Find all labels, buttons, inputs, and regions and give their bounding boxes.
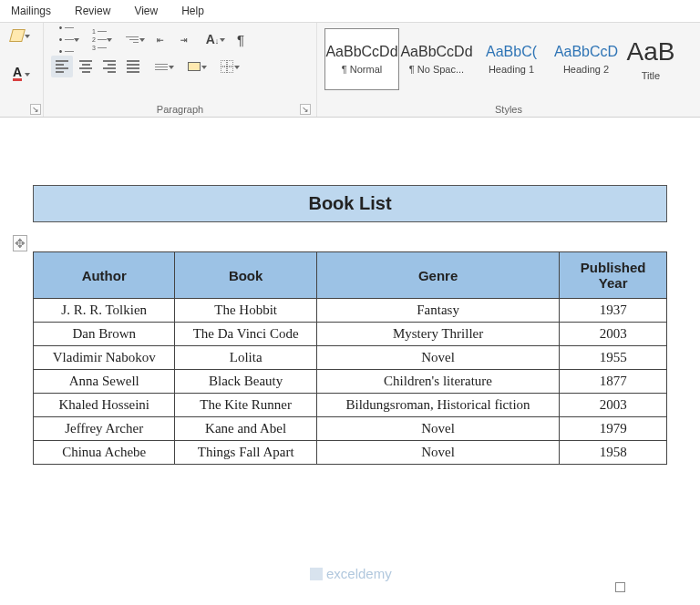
style-name: Heading 2 xyxy=(563,64,609,75)
col-book[interactable]: Book xyxy=(175,252,316,299)
table-row[interactable]: Vladimir NabokovLolitaNovel1955 xyxy=(34,346,667,370)
tab-mailings[interactable]: Mailings xyxy=(4,2,58,20)
cell-author[interactable]: Khaled Hosseini xyxy=(34,394,175,417)
style-name: ¶ Normal xyxy=(342,64,382,75)
increase-indent-button[interactable]: ⇥ xyxy=(173,28,195,50)
multilevel-list-button[interactable] xyxy=(117,28,148,50)
col-genre[interactable]: Genre xyxy=(316,252,559,299)
style-name: ¶ No Spac... xyxy=(409,64,464,75)
cell-author[interactable]: Jeffrey Archer xyxy=(34,417,175,441)
cell-year[interactable]: 1877 xyxy=(560,370,667,394)
shading-icon xyxy=(188,62,201,71)
col-year[interactable]: Published Year xyxy=(560,252,667,299)
justify-button[interactable] xyxy=(122,56,144,77)
cell-book[interactable]: Kane and Abel xyxy=(175,417,316,441)
shading-button[interactable] xyxy=(179,56,210,77)
watermark-icon xyxy=(310,568,323,580)
style-sample: AaB xyxy=(627,37,675,67)
table-row[interactable]: Dan BrownThe Da Vinci CodeMystery Thrill… xyxy=(34,323,667,346)
borders-button[interactable] xyxy=(211,56,242,77)
align-center-icon xyxy=(79,60,92,73)
numbering-button[interactable]: 123 xyxy=(84,28,115,50)
table-header-row[interactable]: Author Book Genre Published Year xyxy=(34,252,667,299)
book-table[interactable]: Author Book Genre Published Year J. R. R… xyxy=(33,251,667,465)
sort-icon: A↓ xyxy=(206,32,220,46)
table-row[interactable]: Anna SewellBlack BeautyChildren's litera… xyxy=(34,370,667,394)
style-normal[interactable]: AaBbCcDd ¶ Normal xyxy=(324,28,399,90)
cell-year[interactable]: 1958 xyxy=(560,441,667,465)
cell-genre[interactable]: Novel xyxy=(316,441,559,465)
watermark: exceldemy xyxy=(310,566,392,581)
cell-book[interactable]: The Kite Runner xyxy=(175,394,316,417)
cell-genre[interactable]: Novel xyxy=(316,417,559,441)
format-painter-button[interactable] xyxy=(2,25,33,46)
cell-author[interactable]: J. R. R. Tolkien xyxy=(34,299,175,323)
cell-year[interactable]: 2003 xyxy=(560,394,667,417)
line-spacing-icon xyxy=(155,64,168,70)
style-sample: AaBbCcD xyxy=(554,44,618,60)
multilevel-icon xyxy=(126,36,139,43)
table-row[interactable]: Khaled HosseiniThe Kite RunnerBildungsro… xyxy=(34,394,667,417)
cell-year[interactable]: 1937 xyxy=(560,299,667,323)
tab-help[interactable]: Help xyxy=(174,2,211,20)
justify-icon xyxy=(127,60,139,73)
tab-review[interactable]: Review xyxy=(67,2,118,20)
borders-icon xyxy=(221,60,233,73)
tab-view[interactable]: View xyxy=(127,2,165,20)
style-sample: AaBbC( xyxy=(486,44,537,60)
bullets-button[interactable] xyxy=(51,28,82,50)
cell-book[interactable]: The Hobbit xyxy=(175,299,316,323)
document-page[interactable]: Book List Author Book Genre Published Ye… xyxy=(0,158,700,472)
decrease-indent-icon: ⇤ xyxy=(157,33,164,46)
table-row[interactable]: J. R. R. TolkienThe HobbitFantasy1937 xyxy=(34,299,667,323)
cell-author[interactable]: Dan Brown xyxy=(34,323,175,346)
table-row[interactable]: Jeffrey ArcherKane and AbelNovel1979 xyxy=(34,417,667,441)
numbering-icon: 123 xyxy=(92,28,107,51)
font-dialog-launcher[interactable]: ↘ xyxy=(30,104,41,115)
table-resize-handle[interactable] xyxy=(615,582,625,592)
col-author[interactable]: Author xyxy=(34,252,175,299)
align-right-icon xyxy=(103,60,116,73)
cell-author[interactable]: Anna Sewell xyxy=(34,370,175,394)
cell-book[interactable]: The Da Vinci Code xyxy=(175,323,316,346)
paragraph-dialog-launcher[interactable]: ↘ xyxy=(300,104,311,115)
decrease-indent-button[interactable]: ⇤ xyxy=(149,28,171,50)
style-name: Heading 1 xyxy=(489,64,534,75)
align-left-icon xyxy=(56,60,68,73)
cell-genre[interactable]: Children's literature xyxy=(316,370,559,394)
style-sample: AaBbCcDd xyxy=(325,44,397,60)
cell-book[interactable]: Lolita xyxy=(175,346,316,370)
align-left-button[interactable] xyxy=(51,56,73,77)
cell-genre[interactable]: Novel xyxy=(316,346,559,370)
cell-year[interactable]: 1979 xyxy=(560,417,667,441)
cell-genre[interactable]: Fantasy xyxy=(316,299,559,323)
paragraph-group-label: Paragraph xyxy=(157,104,203,115)
cell-year[interactable]: 1955 xyxy=(560,346,667,370)
cell-book[interactable]: Black Beauty xyxy=(175,370,316,394)
table-move-handle[interactable]: ✥ xyxy=(13,235,27,251)
style-name: Title xyxy=(642,70,660,81)
align-center-button[interactable] xyxy=(75,56,97,77)
line-spacing-button[interactable] xyxy=(146,56,177,77)
show-marks-button[interactable]: ¶ xyxy=(230,28,252,50)
styles-group-label: Styles xyxy=(495,104,522,115)
doc-title[interactable]: Book List xyxy=(33,185,667,222)
style-heading-2[interactable]: AaBbCcD Heading 2 xyxy=(549,28,623,90)
cell-year[interactable]: 2003 xyxy=(560,323,667,346)
align-right-button[interactable] xyxy=(98,56,120,77)
style-title[interactable]: AaB Title xyxy=(623,28,678,90)
cell-author[interactable]: Chinua Achebe xyxy=(34,441,175,465)
font-color-button[interactable]: A xyxy=(2,63,33,85)
increase-indent-icon: ⇥ xyxy=(180,33,188,46)
cell-genre[interactable]: Mystery Thriller xyxy=(316,323,559,346)
sort-button[interactable]: A↓ xyxy=(197,28,228,50)
cell-genre[interactable]: Bildungsroman, Historical fiction xyxy=(316,394,559,417)
style-sample: AaBbCcDd xyxy=(400,44,472,60)
cell-author[interactable]: Vladimir Nabokov xyxy=(34,346,175,370)
cell-book[interactable]: Things Fall Apart xyxy=(175,441,316,465)
style-no-spacing[interactable]: AaBbCcDd ¶ No Spac... xyxy=(399,28,474,90)
bullets-icon xyxy=(59,23,75,56)
style-heading-1[interactable]: AaBbC( Heading 1 xyxy=(474,28,549,90)
pilcrow-icon: ¶ xyxy=(237,32,244,47)
table-row[interactable]: Chinua AchebeThings Fall ApartNovel1958 xyxy=(34,441,667,465)
